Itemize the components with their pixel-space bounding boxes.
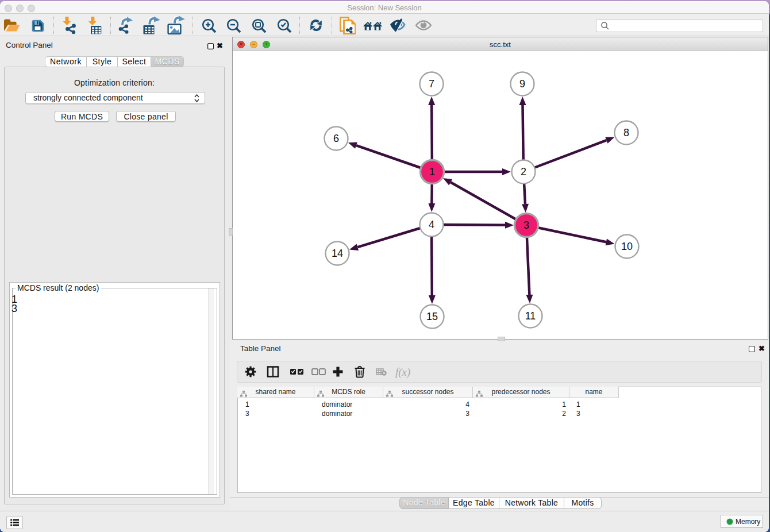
- svg-text:14: 14: [332, 248, 343, 259]
- svg-text:7: 7: [429, 78, 434, 90]
- svg-text:1: 1: [429, 166, 435, 178]
- svg-text:3: 3: [523, 219, 529, 231]
- svg-text:8: 8: [623, 127, 629, 138]
- svg-text:4: 4: [429, 219, 434, 230]
- svg-text:2: 2: [521, 166, 526, 178]
- svg-text:9: 9: [519, 78, 525, 90]
- svg-text:10: 10: [621, 241, 633, 252]
- svg-text:6: 6: [333, 133, 339, 144]
- svg-text:f(x): f(x): [395, 366, 410, 379]
- svg-text:15: 15: [426, 311, 438, 322]
- svg-text:11: 11: [525, 310, 536, 322]
